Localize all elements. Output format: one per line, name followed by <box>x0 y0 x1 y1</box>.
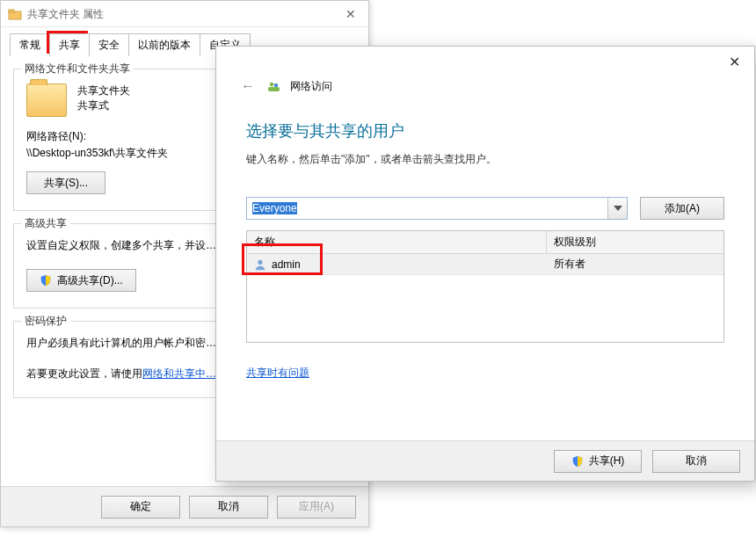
user-input[interactable] <box>247 198 607 219</box>
dialog-header: ← 网络访问 <box>216 47 754 99</box>
svg-point-2 <box>270 83 274 87</box>
dialog-footer: 共享(H) 取消 <box>216 440 754 481</box>
page-title: 选择要与其共享的用户 <box>246 120 724 142</box>
share-confirm-button[interactable]: 共享(H) <box>554 450 642 473</box>
user-combobox[interactable] <box>246 197 628 220</box>
group-legend: 密码保护 <box>21 314 70 329</box>
svg-rect-1 <box>9 10 14 12</box>
share-mode: 共享式 <box>77 98 130 113</box>
group-legend: 网络文件和文件夹共享 <box>21 62 134 76</box>
titlebar: 共享文件夹 属性 ✕ <box>1 1 368 27</box>
tab-security[interactable]: 安全 <box>89 33 129 56</box>
apply-button[interactable]: 应用(A) <box>277 496 356 519</box>
shield-icon <box>40 274 52 287</box>
network-center-link[interactable]: 网络和共享中… <box>142 367 216 380</box>
col-permission[interactable]: 权限级别 <box>547 231 723 253</box>
network-access-icon <box>267 79 281 93</box>
folder-name: 共享文件夹 <box>77 83 130 98</box>
user-permission: 所有者 <box>547 254 723 274</box>
ok-button[interactable]: 确定 <box>101 496 180 519</box>
share-confirm-label: 共享(H) <box>589 454 625 468</box>
tab-share[interactable]: 共享 <box>49 33 90 56</box>
add-button[interactable]: 添加(A) <box>640 197 724 220</box>
svg-point-3 <box>274 83 279 88</box>
properties-footer: 确定 取消 应用(A) <box>1 486 368 526</box>
shield-icon <box>571 455 584 468</box>
close-icon[interactable]: ✕ <box>723 52 745 72</box>
advanced-share-label: 高级共享(D)... <box>57 273 123 288</box>
tab-previous-versions[interactable]: 以前的版本 <box>128 33 200 56</box>
advanced-share-button[interactable]: 高级共享(D)... <box>26 269 136 292</box>
share-button[interactable]: 共享(S)... <box>26 171 105 194</box>
back-arrow-icon[interactable]: ← <box>237 78 258 94</box>
sharing-issue-link[interactable]: 共享时有问题 <box>246 366 309 379</box>
tab-general[interactable]: 常规 <box>10 33 50 56</box>
annotation-highlight-everyone <box>242 243 323 275</box>
svg-rect-4 <box>268 87 280 91</box>
hint-text: 键入名称，然后单击"添加"，或者单击箭头查找用户。 <box>246 152 724 167</box>
dialog-title: 网络访问 <box>290 79 332 94</box>
folder-icon <box>8 7 22 21</box>
close-icon[interactable]: ✕ <box>340 1 361 27</box>
cancel-button[interactable]: 取消 <box>189 496 268 519</box>
chevron-down-icon[interactable] <box>607 198 627 219</box>
window-title: 共享文件夹 属性 <box>27 1 104 27</box>
folder-big-icon <box>26 83 67 117</box>
dialog-cancel-button[interactable]: 取消 <box>652 450 740 473</box>
group-legend: 高级共享 <box>21 216 70 231</box>
